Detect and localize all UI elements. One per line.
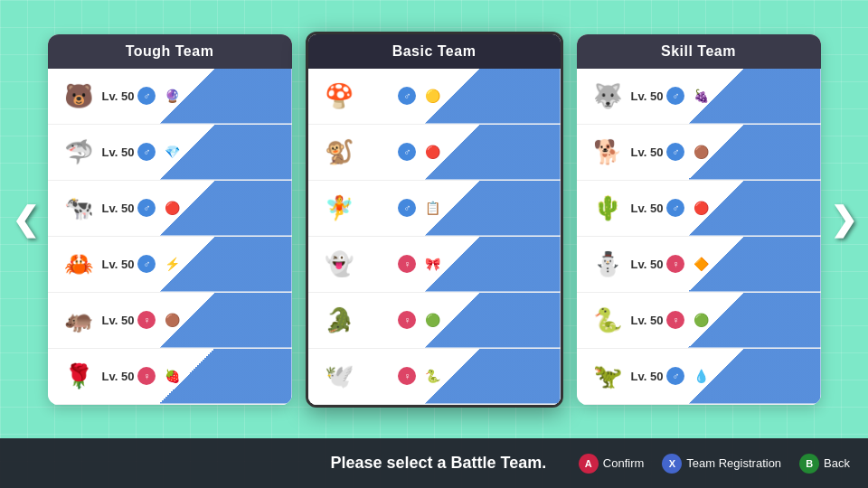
- held-item: 💎: [161, 141, 183, 163]
- level-text: Lv. 50: [631, 314, 664, 327]
- arrow-right-button[interactable]: ❯: [821, 201, 866, 239]
- level-text: Lv. 50: [363, 202, 395, 215]
- held-item: 🟤: [690, 141, 712, 163]
- held-item: 💧: [690, 365, 712, 387]
- pokemon-info: Lv. 50♂📋: [363, 197, 553, 219]
- held-item: 🎀: [421, 253, 443, 275]
- held-item: ⚡: [161, 253, 183, 275]
- team-panel-basic[interactable]: Basic Team🍄Lv. 50♂🟡🐒Lv. 50♂🔴🧚Lv. 50♂📋👻Lv…: [306, 32, 563, 408]
- gender-icon: ♂: [137, 199, 156, 217]
- sprite-hippowdon: 🦛: [55, 296, 102, 343]
- button-hint-x: XTeam Registration: [662, 454, 781, 474]
- pokemon-row: 🐺Lv. 50♂🍇: [577, 69, 821, 125]
- instruction-text: Please select a Battle Team.: [298, 454, 579, 473]
- main-container: ❮ Tough Team🐻Lv. 50♂🔮🦈Lv. 50♂💎🐄Lv. 50♂🔴🦀…: [0, 0, 868, 488]
- gender-icon: ♂: [398, 143, 416, 161]
- gender-icon: ♂: [398, 87, 416, 105]
- held-item: 🔴: [690, 197, 712, 219]
- gender-icon: ♂: [666, 199, 684, 217]
- held-item: 🔮: [161, 85, 183, 107]
- btn-label-a: Confirm: [603, 456, 645, 470]
- pokemon-row: 🐕Lv. 50♂🟤: [577, 125, 821, 181]
- button-hint-b: BBack: [799, 454, 850, 474]
- sprite-garchomp: 🦈: [55, 128, 102, 175]
- pokemon-row: 🐄Lv. 50♂🔴: [48, 181, 292, 237]
- level-text: Lv. 50: [631, 370, 664, 383]
- gender-icon: ♂: [666, 87, 684, 105]
- gender-icon: ♀: [398, 311, 416, 329]
- team-panel-tough[interactable]: Tough Team🐻Lv. 50♂🔮🦈Lv. 50♂💎🐄Lv. 50♂🔴🦀Lv…: [48, 34, 292, 405]
- button-hints: AConfirmXTeam RegistrationBBack: [579, 454, 850, 474]
- team-header-skill: Skill Team: [577, 34, 821, 69]
- level-text: Lv. 50: [631, 258, 664, 271]
- level-text: Lv. 50: [631, 145, 664, 159]
- pokemon-info: Lv. 50♂🍇: [631, 85, 814, 107]
- sprite-lucario: 🐺: [584, 72, 631, 119]
- pokemon-info: Lv. 50♂💧: [631, 365, 814, 387]
- pokemon-row: 🌵Lv. 50♂🔴: [577, 181, 821, 237]
- pokemon-row: 🐒Lv. 50♂🔴: [308, 125, 561, 181]
- level-text: Lv. 50: [363, 258, 395, 271]
- pokemon-row: 🧚Lv. 50♂📋: [308, 181, 561, 237]
- pokemon-info: Lv. 50♂🔴: [631, 197, 814, 219]
- pokemon-row: 🦖Lv. 50♂💧: [577, 349, 821, 405]
- pokemon-row: 🐊Lv. 50♀🟢: [308, 293, 561, 349]
- level-text: Lv. 50: [102, 202, 135, 215]
- gender-icon: ♀: [137, 367, 156, 385]
- pokemon-info: Lv. 50♀🐍: [363, 365, 553, 387]
- arrow-left-button[interactable]: ❮: [3, 201, 48, 239]
- pokemon-info: Lv. 50♂⚡: [102, 253, 285, 275]
- level-text: Lv. 50: [363, 89, 395, 103]
- bottom-bar: Please select a Battle Team. AConfirmXTe…: [0, 438, 868, 488]
- held-item: 📋: [421, 197, 443, 219]
- gender-icon: ♂: [666, 143, 684, 161]
- gender-icon: ♀: [666, 311, 684, 329]
- sprite-gengar: 👻: [316, 240, 363, 287]
- level-text: Lv. 50: [102, 89, 135, 103]
- level-text: Lv. 50: [102, 370, 135, 383]
- level-text: Lv. 50: [363, 314, 395, 327]
- pokemon-row: 🦀Lv. 50♂⚡: [48, 237, 292, 293]
- level-text: Lv. 50: [102, 145, 135, 159]
- held-item: 🍇: [690, 85, 712, 107]
- pokemon-row: 🌹Lv. 50♀🍓: [48, 349, 292, 405]
- gender-icon: ♀: [666, 255, 684, 273]
- sprite-corphish: 🦀: [55, 240, 102, 287]
- sprite-gardevoir: 🧚: [316, 184, 363, 231]
- btn-circle-x: X: [662, 454, 682, 474]
- pokemon-row: 🍄Lv. 50♂🟡: [308, 69, 561, 125]
- held-item: 🔶: [690, 253, 712, 275]
- gender-icon: ♂: [137, 255, 156, 273]
- pokemon-info: Lv. 50♂💎: [102, 141, 285, 163]
- gender-icon: ♀: [398, 255, 416, 273]
- btn-label-b: Back: [824, 456, 850, 470]
- gender-icon: ♂: [137, 143, 156, 161]
- held-item: 🟢: [421, 309, 443, 331]
- sprite-seviper: 🐍: [584, 296, 631, 343]
- pokemon-row: 🦈Lv. 50♂💎: [48, 125, 292, 181]
- sprite-cacturne: 🌵: [584, 184, 631, 231]
- team-header-tough: Tough Team: [48, 34, 292, 69]
- sprite-arcanine: 🐕: [584, 128, 631, 175]
- gender-icon: ♂: [137, 87, 156, 105]
- held-item: 🔴: [161, 197, 183, 219]
- gender-icon: ♀: [398, 367, 416, 385]
- pokemon-info: Lv. 50♀🔶: [631, 253, 814, 275]
- held-item: 🐍: [421, 365, 443, 387]
- sprite-krookodile: 🐊: [316, 296, 363, 343]
- pokemon-info: Lv. 50♂🟡: [363, 85, 553, 107]
- pokemon-info: Lv. 50♀🎀: [363, 253, 553, 275]
- sprite-snorlax: 🐻: [55, 72, 102, 119]
- teams-area: ❮ Tough Team🐻Lv. 50♂🔮🦈Lv. 50♂💎🐄Lv. 50♂🔴🦀…: [0, 0, 868, 438]
- pokemon-row: 🐻Lv. 50♂🔮: [48, 69, 292, 125]
- held-item: 🟤: [161, 309, 183, 331]
- btn-circle-a: A: [579, 454, 599, 474]
- level-text: Lv. 50: [363, 370, 395, 383]
- held-item: 🔴: [421, 141, 443, 163]
- level-text: Lv. 50: [363, 145, 395, 159]
- held-item: 🟡: [421, 85, 443, 107]
- sprite-roserade: 🌹: [55, 352, 102, 399]
- team-panel-skill[interactable]: Skill Team🐺Lv. 50♂🍇🐕Lv. 50♂🟤🌵Lv. 50♂🔴⛄Lv…: [577, 34, 821, 405]
- pokemon-info: Lv. 50♂🔮: [102, 85, 285, 107]
- sprite-miltank: 🐄: [55, 184, 102, 231]
